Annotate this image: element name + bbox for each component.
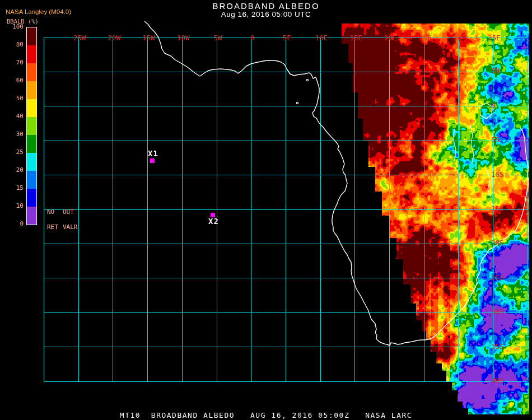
- colorbar-segment: [27, 153, 36, 171]
- lat-axis-label: 40S: [491, 376, 504, 385]
- colorbar-tick: 70: [1, 59, 24, 66]
- colorbar-segment: [27, 27, 36, 45]
- lat-axis-label: 25S: [491, 273, 504, 282]
- point-marker: [150, 158, 155, 163]
- lat-axis-label: 30S: [491, 307, 504, 316]
- lon-axis-label: 25E: [414, 34, 436, 42]
- colorbar-segment: [27, 63, 36, 81]
- lon-axis-label: 5E: [276, 34, 298, 42]
- retrieval-flag-label: NO: [47, 208, 54, 216]
- lon-axis-label: 30E: [449, 34, 471, 42]
- colorbar-tick: 40: [1, 113, 24, 120]
- point-marker-label: X2: [208, 217, 219, 226]
- lon-axis-label: 5W: [207, 34, 229, 42]
- lon-axis-label: 20W: [103, 34, 125, 42]
- lat-axis-label: 0: [491, 101, 496, 110]
- lat-axis-label: 20S: [491, 239, 504, 247]
- colorbar-tick: 25: [1, 148, 24, 156]
- lon-axis-label: 10W: [172, 34, 194, 42]
- timestamp-subtitle: Aug 16, 2016 05:00 UTC: [0, 10, 532, 18]
- lon-axis-label: 15W: [138, 34, 160, 42]
- coastline: [144, 21, 528, 346]
- colorbar-tick: 50: [1, 95, 24, 102]
- colorbar-segment: [27, 189, 36, 207]
- colorbar: [26, 27, 37, 225]
- colorbar-segment: [27, 81, 36, 99]
- lon-axis-label: 25W: [68, 34, 91, 42]
- lon-axis-label: 20E: [380, 34, 402, 42]
- grid-lines: [44, 38, 528, 381]
- retrieval-flag-label: OUT: [63, 208, 74, 216]
- map-overlay: [0, 0, 532, 420]
- colorbar-tick: 15: [1, 184, 24, 192]
- retrieval-flag-label: VALR: [63, 223, 78, 231]
- colorbar-tick: 60: [1, 77, 24, 84]
- lat-axis-label: 15S: [491, 204, 504, 213]
- lat-axis-label: 5N: [491, 67, 500, 75]
- footer-caption: MT10 BROADBAND ALBEDO AUG 16, 2016 05:00…: [0, 411, 532, 419]
- colorbar-tick: 20: [1, 166, 24, 174]
- colorbar-tick: 100: [1, 23, 24, 30]
- colorbar-tick: 10: [1, 202, 24, 209]
- lat-axis-label: 5S: [491, 136, 500, 144]
- lon-axis-label: 35E: [483, 34, 506, 42]
- colorbar-segment: [27, 117, 36, 135]
- lat-axis-label: 35S: [491, 342, 504, 351]
- lon-axis-label: 0: [241, 34, 264, 42]
- colorbar-segment: [27, 207, 36, 225]
- page-title: BROADBAND ALBEDO: [0, 1, 532, 11]
- lat-axis-label: 10S: [491, 170, 504, 179]
- colorbar-tick: 30: [1, 130, 24, 138]
- point-marker-label: X1: [148, 149, 158, 158]
- lon-axis-label: 15E: [345, 34, 367, 42]
- colorbar-segment: [27, 45, 36, 63]
- albedo-map-product: NASA Langley (M04.0) BROADBAND ALBEDO Au…: [0, 0, 532, 420]
- retrieval-flag-label: RET: [47, 223, 58, 231]
- colorbar-segment: [27, 171, 36, 189]
- colorbar-tick: 0: [1, 220, 24, 227]
- colorbar-tick: 80: [1, 41, 24, 48]
- colorbar-segment: [27, 99, 36, 117]
- lon-axis-label: 10E: [310, 34, 333, 42]
- colorbar-segment: [27, 135, 36, 153]
